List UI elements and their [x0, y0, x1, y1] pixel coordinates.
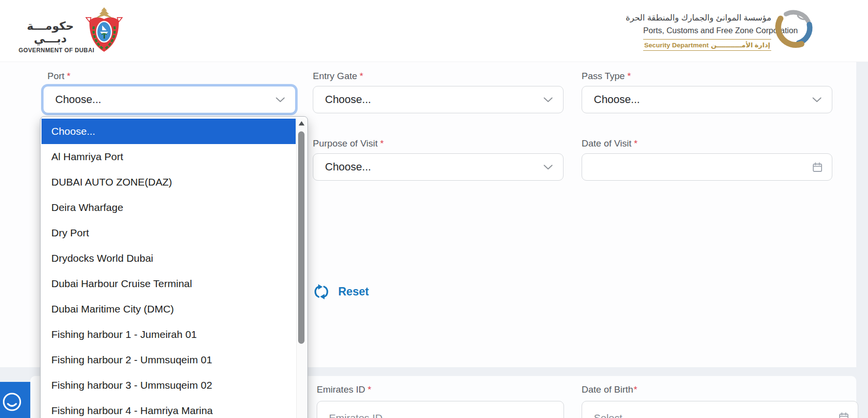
pcfc-logo-text: مؤسسة الموانئ والجمارك والمنطقة الحرة Po…	[643, 13, 771, 51]
government-of-dubai-arabic: حكومـــة دبـــي	[19, 20, 82, 45]
scrollbar-thumb[interactable]	[298, 131, 304, 344]
required-asterisk: *	[634, 384, 637, 395]
dropdown-option[interactable]: Dry Port	[42, 220, 296, 246]
port-dropdown-options: Choose...Al Hamriya PortDUBAI AUTO ZONE(…	[42, 119, 296, 418]
dropdown-option[interactable]: Deira Wharfage	[42, 195, 296, 220]
dropdown-option[interactable]: Al Hamriya Port	[42, 144, 296, 169]
required-asterisk: *	[360, 71, 363, 81]
entry-gate-select[interactable]: Choose...	[313, 86, 564, 113]
dropdown-option[interactable]: Fishing harbour 1 - Jumeirah 01	[42, 322, 296, 347]
required-asterisk: *	[634, 138, 637, 148]
dropdown-option[interactable]: Fishing harbour 3 - Ummsuqeim 02	[42, 373, 296, 398]
port-select-value: Choose...	[43, 93, 275, 106]
purpose-of-visit-select-value: Choose...	[313, 161, 543, 173]
government-of-dubai-english: GOVERNMENT OF DUBAI	[19, 47, 82, 54]
emirates-id-input[interactable]	[317, 401, 564, 418]
dubai-crest-icon	[84, 6, 124, 54]
pass-type-select-value: Choose...	[582, 93, 812, 106]
dropdown-scrollbar[interactable]	[296, 118, 306, 418]
security-department-english: Security Department	[644, 42, 709, 49]
date-of-visit-input[interactable]	[582, 153, 832, 181]
date-of-birth-input[interactable]	[582, 401, 858, 418]
pcfc-globe-icon	[774, 8, 815, 49]
dropdown-option[interactable]: DUBAI AUTO ZONE(DAZ)	[42, 169, 296, 195]
port-label: Port*	[47, 71, 70, 82]
government-of-dubai-logo-text: حكومـــة دبـــي GOVERNMENT OF DUBAI	[19, 20, 82, 54]
header: حكومـــة دبـــي GOVERNMENT OF DUBAI	[0, 0, 868, 62]
dropdown-option[interactable]: Dubai Maritime City (DMC)	[42, 296, 296, 322]
date-of-visit-label: Date of Visit*	[582, 138, 638, 149]
purpose-of-visit-select[interactable]: Choose...	[313, 153, 564, 181]
chevron-down-icon	[543, 97, 553, 103]
port-select[interactable]: Choose...	[43, 86, 296, 113]
pass-type-select[interactable]: Choose...	[582, 86, 832, 113]
reset-icon	[313, 283, 330, 300]
emirates-id-label: Emirates ID*	[317, 384, 371, 395]
date-of-birth-field	[582, 401, 858, 418]
security-department-arabic: إدارة الأمـــــــــــن	[711, 41, 770, 49]
calendar-icon[interactable]	[838, 412, 849, 418]
page: حكومـــة دبـــي GOVERNMENT OF DUBAI	[0, 0, 868, 418]
dropdown-option[interactable]: Dubai Harbour Cruise Terminal	[42, 271, 296, 296]
chevron-down-icon	[275, 97, 285, 103]
entry-gate-label: Entry Gate*	[313, 71, 363, 82]
chevron-down-icon	[543, 164, 553, 170]
pcfc-english-title: Ports, Customs and Free Zone Corporation	[643, 26, 771, 35]
pass-type-label: Pass Type*	[582, 71, 631, 82]
required-asterisk: *	[627, 71, 630, 81]
happiness-meter-button[interactable]	[0, 382, 30, 418]
pcfc-arabic-title: مؤسسة الموانئ والجمارك والمنطقة الحرة	[643, 13, 771, 23]
required-asterisk: *	[380, 138, 384, 148]
chevron-down-icon	[812, 97, 822, 103]
reset-button-label: Reset	[338, 285, 369, 298]
port-dropdown-panel: Choose...Al Hamriya PortDUBAI AUTO ZONE(…	[40, 116, 308, 418]
reset-button[interactable]: Reset	[313, 283, 369, 300]
dropdown-option[interactable]: Fishing harbour 4 - Hamriya Marina	[42, 398, 296, 418]
required-asterisk: *	[67, 71, 70, 81]
security-department-banner: Security Department إدارة الأمــــــــــ…	[643, 39, 771, 51]
dropdown-option[interactable]: Drydocks World Dubai	[42, 246, 296, 271]
dropdown-option[interactable]: Fishing harbour 2 - Ummsuqeim 01	[42, 347, 296, 373]
entry-gate-select-value: Choose...	[313, 93, 543, 106]
calendar-icon[interactable]	[812, 162, 823, 173]
smiley-icon	[3, 382, 27, 418]
date-of-birth-label: Date of Birth*	[582, 384, 637, 395]
required-asterisk: *	[368, 384, 371, 395]
dropdown-option[interactable]: Choose...	[42, 119, 296, 144]
purpose-of-visit-label: Purpose of Visit*	[313, 138, 384, 149]
scrollbar-up-arrow-icon[interactable]	[299, 121, 304, 125]
